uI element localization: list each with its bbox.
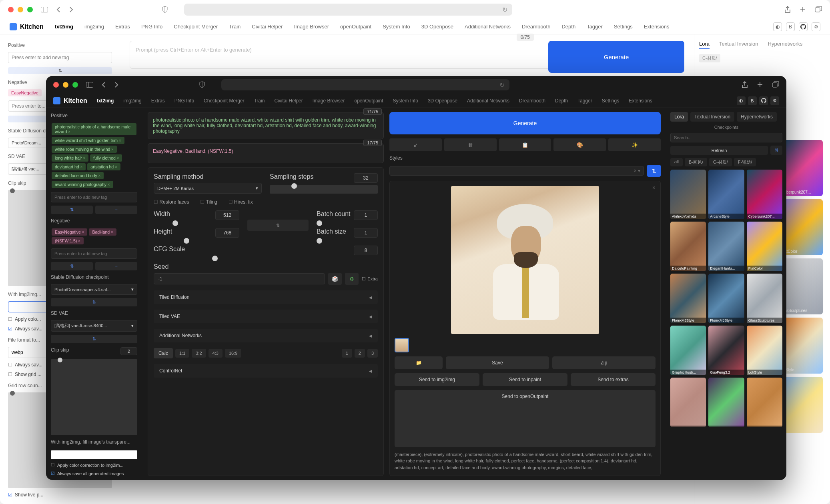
tab-extensions[interactable]: Extensions: [644, 24, 670, 30]
sparkle-icon[interactable]: ✨: [608, 138, 661, 151]
ratio-button[interactable]: 3:2: [192, 349, 206, 358]
clip-skip-value[interactable]: 2: [120, 347, 137, 355]
back-icon[interactable]: [101, 82, 106, 88]
reload-icon[interactable]: ↻: [502, 6, 507, 14]
open-folder-button[interactable]: 📁: [395, 356, 443, 369]
filter-chip[interactable]: B-画风/: [685, 158, 707, 166]
gallery-search-input[interactable]: [670, 133, 782, 142]
positive-tag[interactable]: fully clothed: [90, 154, 122, 162]
settings-icon[interactable]: ⚙: [770, 96, 779, 105]
gallery-card[interactable]: [747, 378, 782, 427]
clipboard-icon[interactable]: 📋: [499, 138, 551, 151]
minimize-window-icon[interactable]: [63, 82, 68, 88]
tab-system-info[interactable]: System Info: [393, 98, 418, 104]
github-icon[interactable]: [759, 96, 768, 105]
send-inpaint-button[interactable]: Send to inpaint: [483, 373, 567, 386]
tab-dreambooth[interactable]: Dreambooth: [522, 24, 551, 30]
swap-dimensions-icon[interactable]: ⇅: [247, 220, 309, 231]
positive-tag[interactable]: deviantart hd: [52, 163, 86, 170]
num-button[interactable]: 3: [367, 349, 378, 358]
vae-refresh-icon[interactable]: ⇅: [51, 335, 137, 343]
save-button[interactable]: Save: [446, 356, 549, 369]
tabs-icon[interactable]: [815, 6, 822, 13]
positive-tag-input[interactable]: [8, 52, 112, 63]
gallery-card[interactable]: ElegantHanfu...: [708, 222, 744, 271]
recycle-icon[interactable]: ♻: [345, 273, 359, 285]
apply-color-check[interactable]: Apply color correction to img2im...: [51, 462, 137, 468]
address-bar[interactable]: ↻: [184, 4, 512, 16]
negative-tag[interactable]: (NSFW:1.5): [52, 237, 84, 244]
tab-hypernetworks[interactable]: Hypernetworks: [768, 41, 803, 49]
send-openoutpaint-button[interactable]: Send to openOutpaint: [395, 390, 656, 447]
batch-size-value[interactable]: 1: [354, 228, 378, 238]
num-button[interactable]: 1: [342, 349, 352, 358]
dice-icon[interactable]: 🎲: [328, 273, 342, 285]
styles-apply-icon[interactable]: ⇅: [647, 165, 661, 177]
gallery-card[interactable]: GlassSculptures: [747, 274, 782, 323]
extra-check[interactable]: ☐ Extra: [362, 276, 378, 282]
gallery-card[interactable]: FlonixMJStyle: [708, 274, 744, 323]
tab-openoutpaint[interactable]: openOutpaint: [354, 98, 383, 104]
with-img-field[interactable]: [51, 450, 137, 459]
gallery-card[interactable]: DalcefoPainting: [670, 222, 706, 271]
tab-additional-networks[interactable]: Additional Networks: [465, 24, 511, 30]
gallery-card[interactable]: GraphicIllustr...: [670, 326, 706, 375]
sd-vae-select[interactable]: [高饱和] vae-ft-mse-8400...▾: [51, 320, 137, 332]
tiling-check[interactable]: Tiling: [200, 199, 217, 205]
steps-value[interactable]: 32: [354, 173, 378, 183]
styles-select[interactable]: × ▾: [389, 166, 644, 176]
tab-civitai-helper[interactable]: Civitai Helper: [252, 24, 283, 30]
close-window-icon[interactable]: [8, 7, 14, 12]
tab-image-browser[interactable]: Image Browser: [294, 24, 329, 30]
gallery-card[interactable]: iStyle: [783, 318, 823, 374]
gallery-card[interactable]: LofiStyle: [747, 326, 782, 375]
tab-depth[interactable]: Depth: [561, 24, 575, 30]
theme-icon[interactable]: ◐: [737, 96, 746, 105]
theme-icon[interactable]: ◐: [773, 22, 782, 31]
always-save-check[interactable]: Always save all generated images: [51, 471, 137, 476]
neg-tag[interactable]: EasyNegative: [8, 89, 42, 96]
forward-icon[interactable]: [114, 82, 119, 88]
positive-tag[interactable]: artstation hd: [87, 163, 120, 170]
ckpt-refresh-icon[interactable]: ⇅: [51, 298, 137, 306]
negative-tag[interactable]: EasyNegative: [52, 228, 87, 236]
settings-icon[interactable]: ⚙: [812, 22, 820, 31]
sampling-method-select[interactable]: DPM++ 2M Karras▾: [154, 183, 262, 194]
tab-settings[interactable]: Settings: [614, 24, 633, 30]
positive-tag[interactable]: detailed face and body: [52, 172, 104, 179]
tab-lora[interactable]: Lora: [670, 112, 688, 122]
tab-img2img[interactable]: img2img: [123, 98, 141, 104]
pos-action-icon[interactable]: ⇅: [8, 67, 112, 74]
address-bar[interactable]: ↻: [221, 79, 509, 90]
sidebar-toggle-icon[interactable]: [86, 82, 93, 88]
tab-system-info[interactable]: System Info: [383, 24, 410, 30]
tab-txt2img[interactable]: txt2img: [55, 24, 73, 30]
tab-hypernetworks[interactable]: Hypernetworks: [737, 112, 777, 122]
tab-checkpoint-merger[interactable]: Checkpoint Merger: [174, 24, 218, 30]
filter-chip[interactable]: F-辅助/: [734, 158, 756, 166]
ratio-button[interactable]: 16:9: [225, 349, 241, 358]
close-window-icon[interactable]: [53, 82, 59, 88]
palette-icon[interactable]: 🎨: [553, 138, 606, 151]
pos-action2-icon[interactable]: →: [95, 206, 137, 214]
negative-tag[interactable]: BadHand: [89, 228, 116, 236]
sd-ckpt-select[interactable]: Photo\Dreamshaper-v4.saf...▾: [51, 284, 137, 295]
generate-button[interactable]: Generate: [389, 112, 661, 134]
num-button[interactable]: 2: [355, 349, 365, 358]
seed-input[interactable]: [154, 273, 325, 284]
gallery-card[interactable]: ArcaneStyle: [708, 170, 744, 219]
shield-icon[interactable]: [162, 6, 168, 13]
tab-depth[interactable]: Depth: [555, 98, 568, 104]
trash-icon[interactable]: 🗑: [444, 138, 497, 151]
tab-png-info[interactable]: PNG Info: [174, 98, 194, 104]
gallery-card[interactable]: ssSculptures: [783, 258, 823, 314]
new-tab-icon[interactable]: [800, 6, 806, 13]
gallery-card[interactable]: AkihikoYoshida: [670, 170, 706, 219]
positive-prompt-box[interactable]: 71/75 photorealistic photo of a handsome…: [148, 112, 384, 139]
share-icon[interactable]: [742, 81, 748, 88]
cfg-value[interactable]: 8: [354, 246, 378, 255]
bold-icon[interactable]: B: [786, 22, 795, 31]
tab-extras[interactable]: Extras: [151, 98, 165, 104]
tab-checkpoint-merger[interactable]: Checkpoint Merger: [204, 98, 244, 104]
gallery-card[interactable]: Cyberpunk207...: [747, 170, 782, 219]
